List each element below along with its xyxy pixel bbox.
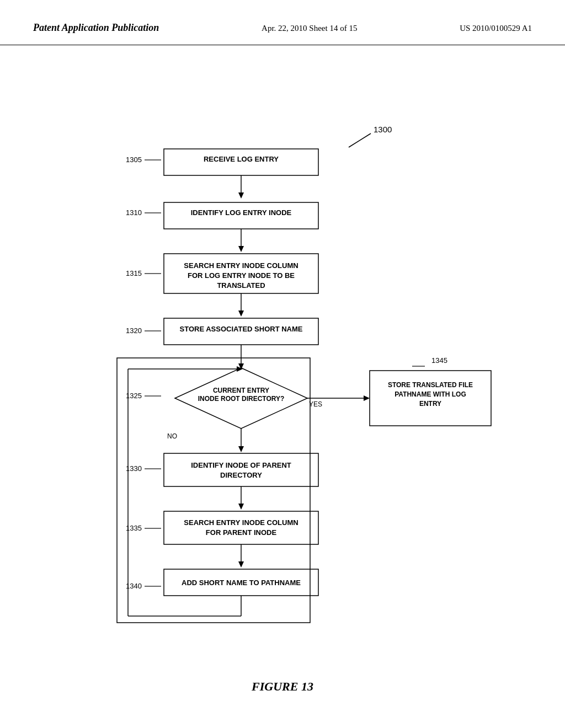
arrow-1330-1335 [238, 504, 244, 510]
label-yes: YES [309, 400, 322, 408]
text-1345-3: ENTRY [419, 400, 441, 408]
box-1335 [164, 511, 318, 544]
text-1315-1: SEARCH ENTRY INODE COLUMN [184, 261, 298, 270]
publication-number: US 2010/0100529 A1 [460, 24, 532, 33]
text-1310: IDENTIFY LOG ENTRY INODE [191, 208, 292, 217]
arrow-1315-1320 [238, 311, 244, 317]
label-no: NO [167, 432, 177, 440]
text-1320-1: STORE ASSOCIATED SHORT NAME [180, 325, 303, 333]
flowchart-svg: 1300 1305 RECEIVE LOG ENTRY 1310 IDENTIF… [56, 62, 509, 668]
diagram-number-label: 1300 [374, 125, 392, 134]
publication-date-sheet: Apr. 22, 2010 Sheet 14 of 15 [262, 24, 357, 33]
label-1320: 1320 [126, 326, 142, 335]
arrow-yes-1345 [364, 395, 370, 401]
text-1330-1: IDENTIFY INODE OF PARENT [191, 461, 291, 469]
arrow-1310-1315 [238, 246, 244, 252]
text-1345-2: PATHNAME WITH LOG [395, 390, 466, 398]
text-1330-2: DIRECTORY [220, 471, 262, 479]
arrow-no-1330 [238, 446, 244, 452]
label-1345: 1345 [431, 356, 447, 365]
text-1325-1: CURRENT ENTRY [213, 387, 269, 394]
text-1340: ADD SHORT NAME TO PATHNAME [182, 579, 301, 587]
arrow-1335-1340 [238, 561, 244, 568]
text-1305: RECEIVE LOG ENTRY [204, 155, 279, 163]
text-1345-1: STORE TRANSLATED FILE [388, 381, 473, 389]
text-1335-2: FOR PARENT INODE [206, 528, 277, 537]
label-1315: 1315 [126, 269, 142, 277]
figure-caption: FIGURE 13 [33, 679, 532, 694]
publication-title: Patent Application Publication [33, 22, 159, 34]
svg-line-0 [349, 133, 371, 147]
label-1310: 1310 [126, 208, 142, 217]
box-1330 [164, 453, 318, 486]
diagram-area: 1300 1305 RECEIVE LOG ENTRY 1310 IDENTIF… [0, 45, 565, 727]
text-1315-3: TRANSLATED [217, 281, 265, 290]
box-1345 [370, 371, 491, 426]
patent-header: Patent Application Publication Apr. 22, … [0, 0, 565, 45]
label-1305: 1305 [126, 156, 142, 164]
text-1315-2: FOR LOG ENTRY INODE TO BE [188, 271, 295, 280]
arrow-1305-1310 [238, 192, 244, 199]
text-1325-2: INODE ROOT DIRECTORY? [198, 395, 285, 403]
text-1335-1: SEARCH ENTRY INODE COLUMN [184, 518, 298, 527]
